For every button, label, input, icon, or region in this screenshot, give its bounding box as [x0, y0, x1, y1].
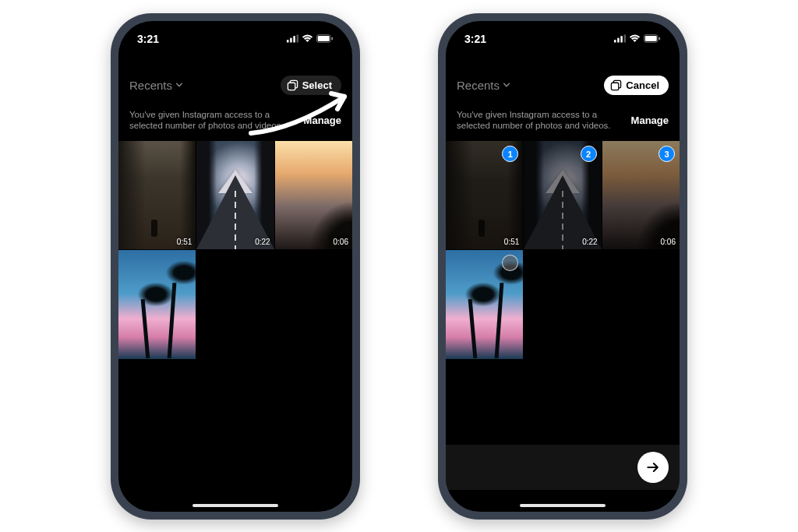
- status-indicators: [287, 34, 334, 43]
- wifi-icon: [302, 34, 313, 43]
- duration-label: 0:06: [334, 238, 348, 246]
- duration-label: 0:51: [177, 238, 192, 246]
- chevron-down-icon: [175, 81, 183, 89]
- media-grid: 0:51 0:22 0:06: [118, 141, 352, 358]
- media-thumb[interactable]: 0:22: [196, 141, 274, 249]
- media-thumb[interactable]: 2 0:22: [524, 141, 601, 249]
- next-button[interactable]: [637, 452, 669, 483]
- media-thumb[interactable]: [118, 250, 196, 358]
- svg-rect-6: [331, 37, 333, 41]
- svg-rect-11: [620, 36, 623, 42]
- media-thumb[interactable]: 3 0:06: [602, 141, 680, 249]
- tray-thumbs: [454, 451, 525, 484]
- home-indicator: [192, 504, 278, 507]
- media-thumb[interactable]: 1 0:51: [446, 141, 523, 249]
- arrow-right-icon: [645, 460, 661, 475]
- svg-rect-10: [617, 38, 620, 43]
- multi-select-icon: [610, 79, 622, 91]
- svg-rect-3: [297, 35, 299, 43]
- svg-rect-9: [614, 40, 616, 42]
- cellular-icon: [287, 34, 298, 43]
- album-dropdown[interactable]: Recents: [457, 79, 510, 92]
- phone-mockup-right: 3:21 Recents Cancel You've given Instagr…: [438, 13, 687, 520]
- picker-header: Recents Select: [118, 71, 352, 103]
- album-label: Recents: [457, 79, 500, 92]
- home-indicator: [520, 504, 606, 507]
- cancel-button[interactable]: Cancel: [604, 76, 669, 95]
- svg-rect-8: [288, 83, 295, 90]
- access-text: You've given Instagram access to a selec…: [129, 109, 296, 132]
- media-grid: 1 0:51 2 0:22 3 0:06: [446, 141, 680, 358]
- access-banner: You've given Instagram access to a selec…: [446, 103, 680, 142]
- duration-label: 0:06: [661, 238, 676, 246]
- duration-label: 0:22: [255, 238, 270, 246]
- phone-mockup-left: 3:21 Recents Select You've given Instagr…: [111, 13, 360, 520]
- media-thumb[interactable]: 0:51: [118, 141, 196, 249]
- picker-header: Recents Cancel: [446, 71, 680, 103]
- duration-label: 0:51: [504, 238, 519, 246]
- media-thumb[interactable]: [446, 250, 523, 358]
- duration-label: 0:22: [582, 238, 597, 246]
- select-multiple-button[interactable]: Select: [281, 76, 341, 95]
- tray-thumb[interactable]: [478, 451, 500, 484]
- screen: 3:21 Recents Select You've given Instagr…: [118, 21, 352, 512]
- manage-button[interactable]: Manage: [631, 115, 669, 126]
- album-label: Recents: [129, 79, 172, 92]
- tray-thumb[interactable]: [454, 451, 475, 484]
- album-dropdown[interactable]: Recents: [129, 79, 183, 92]
- manage-button[interactable]: Manage: [304, 115, 341, 126]
- chevron-down-icon: [503, 81, 510, 89]
- tray-thumb[interactable]: [503, 451, 525, 484]
- svg-rect-2: [293, 36, 295, 42]
- svg-rect-1: [290, 38, 292, 43]
- battery-icon: [316, 34, 334, 43]
- selection-tray: [446, 445, 680, 490]
- svg-rect-14: [645, 36, 657, 41]
- screen: 3:21 Recents Cancel You've given Instagr…: [446, 21, 680, 512]
- battery-icon: [644, 34, 661, 43]
- multi-select-icon: [287, 79, 298, 91]
- svg-rect-5: [318, 36, 330, 41]
- cancel-label: Cancel: [626, 79, 659, 91]
- access-text: You've given Instagram access to a selec…: [457, 109, 623, 132]
- svg-rect-12: [624, 35, 627, 43]
- svg-rect-15: [659, 37, 660, 41]
- status-time: 3:21: [464, 33, 486, 45]
- selection-badge: 2: [581, 146, 597, 162]
- cellular-icon: [614, 34, 626, 43]
- status-indicators: [614, 34, 661, 43]
- access-banner: You've given Instagram access to a selec…: [118, 103, 352, 142]
- status-time: 3:21: [137, 33, 159, 45]
- svg-rect-17: [612, 83, 619, 90]
- wifi-icon: [629, 34, 641, 43]
- select-label: Select: [302, 79, 332, 91]
- svg-rect-0: [287, 40, 289, 42]
- media-thumb[interactable]: 0:06: [275, 141, 352, 249]
- dynamic-island: [196, 27, 274, 49]
- dynamic-island: [524, 27, 602, 49]
